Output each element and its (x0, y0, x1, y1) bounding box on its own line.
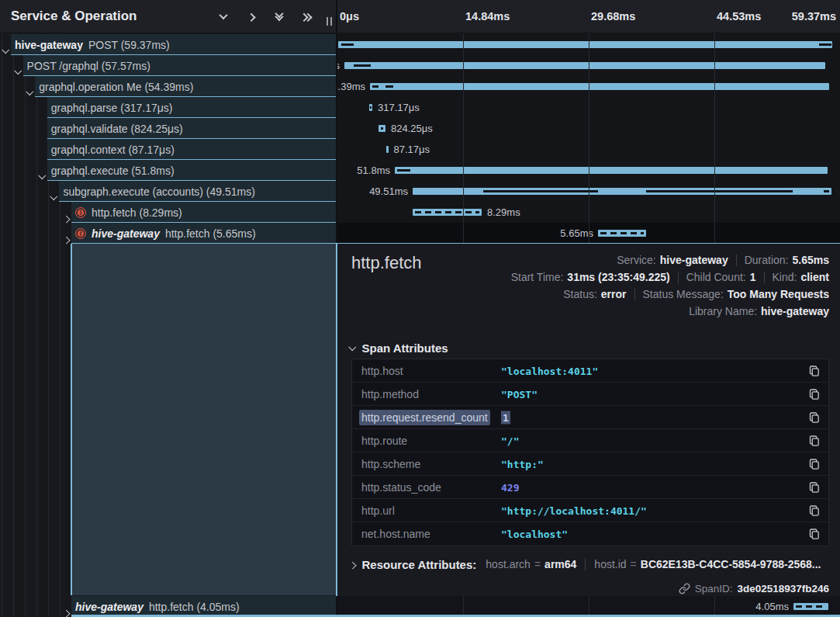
chevron-down-icon (349, 343, 356, 350)
chevron-down-icon[interactable] (51, 189, 57, 203)
attribute-key[interactable]: net.host.name (361, 528, 430, 540)
tree-row[interactable]: graphql.context (87.17μs) (0, 139, 336, 160)
attribute-key[interactable]: http.status_code (361, 481, 441, 494)
copy-button[interactable] (807, 480, 821, 494)
attribute-key[interactable]: http.host (361, 365, 403, 377)
span-attributes-title: Span Attributes (362, 341, 448, 355)
attribute-row[interactable]: http.scheme"http:" (352, 452, 828, 476)
meta-value: 1 (750, 271, 756, 283)
resource-equals: = (534, 558, 541, 570)
resource-attributes-row[interactable]: Resource Attributes: host.arch=arm64host… (350, 554, 821, 574)
tree-row[interactable]: graphql.execute (51.8ms) (0, 160, 336, 181)
copy-button[interactable] (807, 387, 821, 401)
attribute-key[interactable]: http.scheme (361, 458, 420, 470)
span-meta-line: Library Name:hive-gateway (511, 303, 829, 320)
child-span-mark (819, 43, 831, 46)
span-bar[interactable] (413, 209, 482, 216)
trace-viewer: Service & Operation hive-gatewayPOST (59… (0, 0, 840, 617)
chevron-right-button[interactable] (244, 9, 258, 23)
attribute-row[interactable]: http.request.resend_count1 (352, 406, 828, 429)
attribute-key[interactable]: http.request.resend_count (359, 410, 490, 425)
copy-button[interactable] (807, 364, 821, 378)
attribute-value[interactable]: "http://localhost:4011/" (501, 504, 647, 516)
tree-row-label: graphql.execute (51.8ms) (51, 160, 175, 181)
span-title: http.fetch (351, 253, 422, 273)
span-bar[interactable] (395, 167, 828, 174)
detail-top-border (71, 243, 840, 244)
attribute-row[interactable]: http.status_code429 (352, 476, 828, 499)
link-icon (679, 583, 690, 594)
tree-row[interactable]: hive-gatewayhttp.fetch (4.05ms) (0, 596, 336, 617)
service-name: hive-gateway (75, 601, 143, 613)
span-bar[interactable] (370, 83, 829, 90)
chevron-down-icon[interactable] (27, 84, 33, 98)
chevron-right-icon[interactable] (64, 210, 69, 224)
attribute-value[interactable]: "/" (501, 435, 519, 446)
meta-value: 5.65ms (793, 254, 829, 266)
panel-divider[interactable] (336, 243, 337, 596)
span-bar[interactable] (338, 41, 832, 48)
span-bar[interactable] (386, 146, 389, 153)
tree-row[interactable]: subgraph.execute (accounts) (49.51ms) (0, 181, 336, 202)
copy-button[interactable] (807, 411, 821, 425)
double-chevron-right-icon (303, 13, 311, 19)
attribute-value[interactable]: "POST" (501, 388, 538, 400)
attribute-value[interactable]: 429 (501, 481, 519, 493)
timeline-tick-label: 59.37ms (792, 0, 836, 33)
attribute-value[interactable]: "localhost:4011" (501, 365, 598, 376)
meta-label: Start Time: (511, 271, 564, 283)
span-attributes-header[interactable]: Span Attributes (350, 340, 448, 355)
attribute-value[interactable]: "localhost" (501, 529, 568, 540)
tree-row[interactable]: graphql.operation Me (54.39ms) (0, 76, 336, 97)
span-tree-panel: Service & Operation hive-gatewayPOST (59… (0, 0, 336, 617)
tree-row[interactable]: hive-gatewayPOST (59.37ms) (0, 34, 336, 55)
meta-value: hive-gateway (761, 305, 829, 317)
tree-row[interactable]: graphql.validate (824.25μs) (0, 118, 336, 139)
operation-name: http.fetch (5.65ms) (165, 227, 256, 240)
copy-button[interactable] (807, 504, 821, 518)
attribute-row[interactable]: http.route"/" (352, 429, 828, 452)
double-chevron-right-button[interactable] (300, 9, 314, 23)
child-span-mark (824, 190, 829, 192)
span-bar[interactable] (344, 62, 825, 69)
attribute-key[interactable]: http.route (361, 435, 407, 447)
operation-name: graphql.context (87.17μs) (51, 144, 175, 156)
copy-button[interactable] (807, 434, 821, 448)
meta-label: Service: (617, 254, 656, 266)
attribute-value[interactable]: 1 (501, 411, 510, 424)
attribute-row[interactable]: http.host"localhost:4011" (352, 359, 828, 383)
span-duration-label: 54.39ms (337, 76, 365, 97)
spanid-value: 3de02518937fb246 (737, 583, 829, 594)
span-duration-label: 4.05ms (755, 596, 789, 617)
span-bar[interactable] (598, 230, 646, 237)
chevron-right-icon[interactable] (64, 604, 69, 617)
copy-button[interactable] (807, 457, 821, 471)
attribute-value[interactable]: "http:" (501, 458, 544, 470)
tree-row[interactable]: graphql.parse (317.17μs) (0, 97, 336, 118)
attribute-row[interactable]: http.url"http://localhost:4011/" (352, 499, 828, 522)
child-span-mark (341, 43, 354, 46)
span-detail-panel: http.fetch Service:hive-gatewayDuration:… (337, 244, 840, 596)
chevron-down-icon[interactable] (40, 168, 45, 182)
double-chevron-down-button[interactable] (272, 9, 286, 23)
chevron-right-icon[interactable] (64, 231, 69, 244)
attribute-key[interactable]: http.url (361, 504, 395, 517)
chevron-down-icon[interactable] (3, 42, 9, 56)
meta-value: hive-gateway (660, 254, 728, 266)
tree-row[interactable]: POST /graphql (57.57ms) (0, 55, 336, 76)
tree-collapse-toolbar (216, 0, 314, 33)
timeline-panel: 0μs14.84ms29.68ms44.53ms59.37ms 57.57ms5… (337, 0, 840, 617)
chevron-down-button[interactable] (216, 9, 230, 23)
tree-row[interactable]: !http.fetch (8.29ms) (0, 202, 336, 223)
attribute-key[interactable]: http.method (361, 388, 419, 400)
span-bar[interactable] (793, 603, 828, 610)
error-icon: ! (75, 207, 86, 218)
tree-row[interactable]: !hive-gatewayhttp.fetch (5.65ms) (0, 223, 336, 244)
copy-button[interactable] (807, 527, 821, 541)
span-duration-label: 8.29ms (487, 202, 520, 223)
chevron-down-icon[interactable] (16, 63, 21, 77)
resize-grip[interactable] (327, 17, 332, 26)
attribute-row[interactable]: http.method"POST" (352, 383, 828, 406)
attribute-row[interactable]: net.host.name"localhost" (352, 522, 828, 546)
resource-equals: = (631, 558, 637, 570)
